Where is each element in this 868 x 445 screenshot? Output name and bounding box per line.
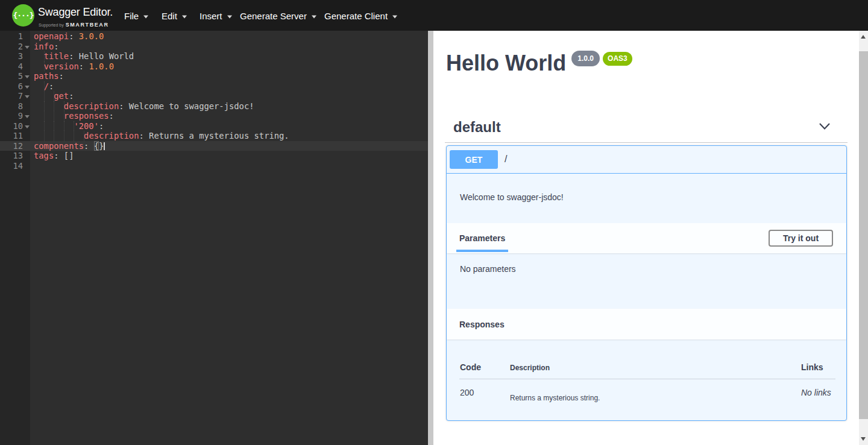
column-header-links: Links (801, 362, 823, 372)
fold-toggle-icon[interactable] (25, 115, 30, 118)
response-row: 200Returns a mysterious string.No links (459, 379, 835, 421)
code-text: title: Hello World (34, 51, 134, 62)
fold-toggle-icon[interactable] (25, 125, 30, 128)
editor-line-12[interactable]: 12components: {} (0, 141, 428, 151)
editor-line-5[interactable]: 5paths: (0, 71, 428, 81)
caret-down-icon (143, 15, 148, 18)
active-tab-underline (456, 250, 508, 252)
response-links: No links (801, 388, 831, 397)
caret-down-icon (182, 15, 187, 18)
editor-line-3[interactable]: 3 title: Hello World (0, 51, 428, 62)
column-header-description: Description (510, 364, 550, 372)
code-editor[interactable]: 1openapi: 3.0.02info:3 title: Hello Worl… (0, 31, 428, 445)
responses-header: Responses (447, 309, 846, 339)
editor-line-1[interactable]: 1openapi: 3.0.0 (0, 31, 428, 42)
editor-line-14[interactable]: 14 (0, 161, 428, 171)
code-text: openapi: 3.0.0 (34, 31, 104, 42)
line-number: 2 (0, 42, 23, 52)
editor-line-7[interactable]: 7 get: (0, 91, 428, 101)
fold-toggle-icon[interactable] (25, 46, 30, 49)
topbar: {···} Swagger Editor. Supported bySMARTB… (0, 0, 868, 31)
code-text: info: (34, 42, 59, 52)
caret-down-icon (392, 15, 397, 18)
scrollbar-thumb[interactable] (859, 51, 868, 419)
menu-generate-server[interactable]: Generate Server (240, 10, 316, 21)
operation-summary[interactable]: GET / (447, 146, 846, 174)
editor-line-10[interactable]: 10 '200': (0, 121, 428, 131)
fold-toggle-icon[interactable] (25, 86, 30, 89)
vertical-scrollbar[interactable] (859, 31, 868, 445)
oas3-badge: OAS3 (603, 52, 632, 66)
line-number: 14 (0, 161, 23, 171)
no-parameters-text: No parameters (460, 264, 516, 274)
menu-edit[interactable]: Edit (162, 10, 187, 21)
line-number: 11 (0, 131, 23, 141)
responses-body: CodeDescriptionLinks200Returns a mysteri… (447, 339, 846, 421)
code-text: version: 1.0.0 (34, 62, 114, 72)
try-it-out-button[interactable]: Try it out (769, 230, 833, 247)
line-number: 8 (0, 101, 23, 112)
tag-section-default[interactable]: default (445, 112, 848, 143)
caret-down-icon (312, 15, 316, 18)
response-code: 200 (460, 388, 474, 397)
editor-line-9[interactable]: 9 responses: (0, 111, 428, 121)
editor-line-2[interactable]: 2info: (0, 42, 428, 52)
code-text: responses: (34, 111, 114, 121)
menu-file[interactable]: File (124, 10, 148, 21)
menu-generate-client[interactable]: Generate Client (324, 10, 397, 21)
responses-title: Responses (447, 320, 505, 329)
responses-table-header: CodeDescriptionLinks (459, 356, 835, 379)
line-number: 3 (0, 51, 23, 62)
tab-parameters[interactable]: Parameters (459, 233, 505, 243)
line-number: 4 (0, 62, 23, 72)
caret-down-icon (227, 15, 232, 18)
column-header-code: Code (460, 362, 481, 372)
scrollbar-down-arrow[interactable] (861, 437, 866, 441)
line-number: 10 (0, 121, 23, 131)
line-number: 1 (0, 31, 23, 42)
parameters-header: Parameters Try it out (447, 223, 846, 253)
line-number: 9 (0, 111, 23, 121)
responses-table: CodeDescriptionLinks200Returns a mysteri… (459, 356, 835, 421)
api-docs-panel: Hello World 1.0.0 OAS3 default GET / Wel… (433, 31, 859, 445)
parameters-body: No parameters (447, 253, 846, 309)
line-number: 6 (0, 81, 23, 92)
editor-line-8[interactable]: 8 description: Welcome to swagger-jsdoc! (0, 101, 428, 112)
code-text: /: (34, 81, 54, 92)
line-number: 5 (0, 71, 23, 81)
operation-block-get: GET / Welcome to swagger-jsdoc! Paramete… (446, 145, 847, 421)
editor-line-13[interactable]: 13tags: [] (0, 151, 428, 161)
line-number: 13 (0, 151, 23, 161)
chevron-down-icon[interactable] (819, 122, 831, 130)
text-cursor (104, 142, 105, 150)
api-info: Hello World 1.0.0 OAS3 (446, 51, 632, 76)
menubar: FileEditInsertGenerate ServerGenerate Cl… (0, 0, 868, 31)
pane-splitter[interactable] (428, 31, 433, 445)
code-text: get: (34, 91, 74, 101)
code-text: tags: [] (34, 151, 74, 161)
editor-line-4[interactable]: 4 version: 1.0.0 (0, 62, 428, 72)
line-number: 7 (0, 91, 23, 101)
operation-description-wrapper: Welcome to swagger-jsdoc! (447, 174, 846, 223)
editor-line-6[interactable]: 6 /: (0, 81, 428, 92)
version-badge: 1.0.0 (571, 51, 600, 66)
operation-description: Welcome to swagger-jsdoc! (460, 192, 564, 202)
code-text: '200': (34, 121, 104, 131)
code-text: components: {} (34, 141, 105, 151)
code-text: description: Returns a mysterious string… (34, 131, 289, 141)
response-description: Returns a mysterious string. (510, 394, 600, 402)
fold-toggle-icon[interactable] (25, 75, 30, 78)
menu-insert[interactable]: Insert (200, 10, 232, 21)
fold-toggle-icon[interactable] (25, 95, 30, 98)
method-badge-get[interactable]: GET (450, 150, 498, 169)
operation-path: / (505, 154, 507, 165)
code-text: paths: (34, 71, 64, 81)
tag-name: default (445, 119, 501, 136)
api-title: Hello World (446, 51, 566, 76)
line-number: 12 (0, 141, 23, 151)
scrollbar-up-arrow[interactable] (861, 35, 866, 39)
code-text: description: Welcome to swagger-jsdoc! (34, 101, 254, 112)
editor-line-11[interactable]: 11 description: Returns a mysterious str… (0, 131, 428, 141)
